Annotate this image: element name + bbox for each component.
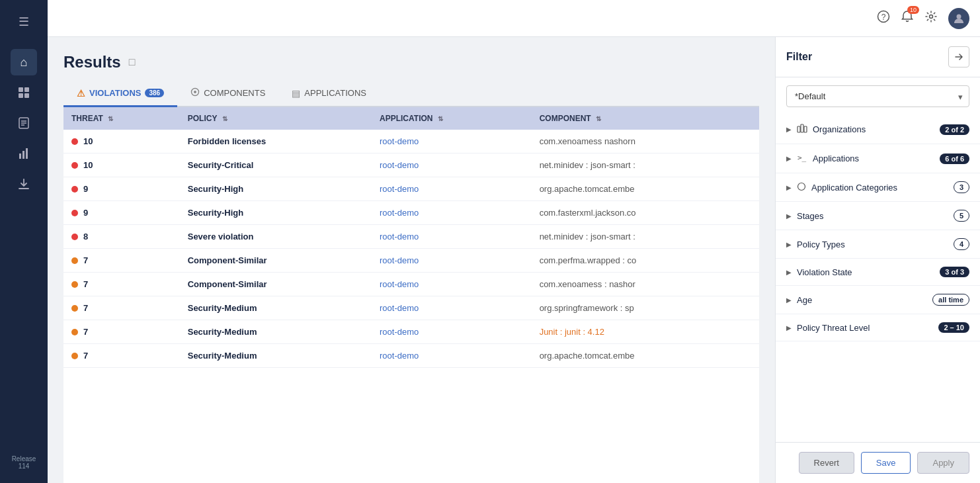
tab-applications[interactable]: ▤ APPLICATIONS	[278, 82, 380, 107]
policy-name: Component-Similar	[188, 279, 267, 289]
application-name: root-demo	[380, 303, 419, 313]
threat-cell: 10	[63, 130, 180, 154]
filter-section-header-policy-types[interactable]: ▶ Policy Types 4	[776, 230, 980, 258]
svg-rect-10	[26, 148, 28, 159]
threat-number: 7	[83, 255, 88, 265]
filter-section-header-applications[interactable]: ▶ >_ Applications 6 of 6	[776, 144, 980, 173]
svg-rect-19	[801, 124, 803, 132]
policy-name: Security-High	[188, 208, 244, 218]
col-application[interactable]: APPLICATION ⇅	[372, 107, 532, 130]
filter-section-header-policy-threat-level[interactable]: ▶ Policy Threat Level 2 – 10	[776, 314, 980, 341]
policy-name: Security-Medium	[188, 303, 257, 313]
chevron-right-icon: ▶	[786, 241, 792, 248]
table-row: 7 Security-Medium root-demo org.apache.t…	[63, 344, 759, 368]
application-name: root-demo	[380, 208, 419, 218]
section-label-policy-threat-level: Policy Threat Level	[797, 323, 870, 333]
filter-section-header-application-categories[interactable]: ▶ Application Categories 3	[776, 173, 980, 201]
policy-name: Security-High	[188, 184, 244, 194]
sidebar-item-download[interactable]	[11, 171, 37, 197]
sidebar-item-dashboard[interactable]	[11, 79, 37, 106]
filter-section-header-age[interactable]: ▶ Age all time	[776, 286, 980, 314]
chevron-right-icon: ▶	[786, 155, 792, 162]
application-name: root-demo	[380, 232, 419, 242]
applications-tab-icon: ▤	[292, 88, 300, 99]
svg-point-17	[194, 91, 196, 93]
filter-section-violation-state: ▶ Violation State 3 of 3	[776, 259, 980, 286]
filter-section-header-violation-state[interactable]: ▶ Violation State 3 of 3	[776, 259, 980, 285]
sidebar-item-analytics[interactable]	[11, 140, 37, 167]
threat-cell: 8	[63, 225, 180, 249]
filter-preset-select[interactable]: *Default	[786, 85, 969, 107]
violations-tab-label: VIOLATIONS	[89, 88, 141, 98]
notifications-icon[interactable]: 10	[901, 10, 914, 26]
help-icon[interactable]: ?	[877, 10, 890, 26]
svg-rect-0	[19, 87, 23, 92]
threat-number: 7	[83, 303, 88, 313]
threat-cell: 7	[63, 344, 180, 368]
filter-section-header-organizations[interactable]: ▶ Organizations 2 of 2	[776, 115, 980, 144]
filter-close-button[interactable]	[948, 46, 969, 67]
settings-icon[interactable]	[924, 10, 938, 26]
policy-cell: Forbidden licenses	[180, 130, 372, 154]
component-cell: com.perfma.wrapped : co	[532, 249, 759, 273]
chevron-right-icon: ▶	[786, 269, 792, 276]
threat-cell: 9	[63, 201, 180, 225]
filter-section-application-categories: ▶ Application Categories 3	[776, 173, 980, 202]
filter-footer: Revert Save Apply	[776, 442, 980, 483]
filter-section-organizations: ▶ Organizations 2 of 2	[776, 115, 980, 144]
col-component[interactable]: COMPONENT ⇅	[532, 107, 759, 130]
section-label-stages: Stages	[797, 211, 823, 221]
section-badge-organizations: 2 of 2	[940, 124, 969, 135]
application-name: root-demo	[380, 279, 419, 289]
component-name[interactable]: Junit : junit : 4.12	[540, 327, 604, 337]
application-name: root-demo	[380, 351, 419, 361]
threat-dot	[71, 186, 78, 193]
threat-cell: 10	[63, 154, 180, 177]
col-policy[interactable]: POLICY ⇅	[180, 107, 372, 130]
chevron-right-icon: ▶	[786, 296, 792, 304]
sidebar-item-home[interactable]: ⌂	[11, 49, 37, 75]
component-name: com.fasterxml.jackson.co	[540, 208, 636, 218]
filter-section-applications: ▶ >_ Applications 6 of 6	[776, 144, 980, 173]
filter-section-left-organizations: ▶ Organizations	[786, 123, 866, 136]
violations-tab-icon: ⚠	[77, 88, 85, 99]
release-info: Release 114	[9, 450, 39, 475]
section-badge-age: all time	[932, 294, 969, 306]
user-avatar[interactable]	[948, 8, 969, 29]
section-icon-organizations	[797, 123, 807, 136]
main-area: ? 10 Results □ ⚠ VIO	[48, 0, 980, 483]
col-threat[interactable]: THREAT ⇅	[63, 107, 180, 130]
component-name: net.minidev : json-smart :	[540, 232, 635, 242]
hamburger-menu[interactable]: ☰	[12, 8, 36, 36]
component-cell: org.apache.tomcat.embe	[532, 344, 759, 368]
components-tab-label: COMPONENTS	[204, 88, 265, 98]
filter-preset-wrapper[interactable]: *Default	[786, 85, 969, 107]
content-area: Results □ ⚠ VIOLATIONS 386 COMPONENTS ▤	[48, 37, 980, 483]
policy-cell: Security-Critical	[180, 154, 372, 177]
threat-number: 9	[83, 208, 88, 218]
filter-preset-dropdown[interactable]: *Default	[786, 85, 969, 107]
component-cell: Junit : junit : 4.12	[532, 320, 759, 344]
section-label-application-categories: Application Categories	[811, 183, 897, 193]
svg-rect-1	[24, 87, 29, 92]
sidebar-item-reports[interactable]	[11, 110, 37, 136]
section-icon-applications: >_	[797, 152, 807, 165]
application-cell: root-demo	[372, 320, 532, 344]
threat-cell: 7	[63, 273, 180, 296]
section-badge-stages: 5	[954, 210, 969, 222]
svg-rect-8	[19, 154, 21, 159]
save-button[interactable]: Save	[861, 452, 911, 474]
filter-section-left-policy-threat-level: ▶ Policy Threat Level	[786, 323, 870, 333]
tab-violations[interactable]: ⚠ VIOLATIONS 386	[63, 82, 177, 107]
window-icon[interactable]: □	[129, 56, 136, 68]
apply-button[interactable]: Apply	[917, 452, 969, 474]
threat-number: 7	[83, 351, 88, 361]
revert-button[interactable]: Revert	[799, 452, 854, 474]
page-title-text: Results	[63, 53, 121, 71]
component-name: com.xenoamess nashorn	[540, 136, 635, 146]
threat-number: 7	[83, 279, 88, 289]
filter-section-header-stages[interactable]: ▶ Stages 5	[776, 202, 980, 230]
tab-components[interactable]: COMPONENTS	[177, 82, 278, 107]
policy-name: Component-Similar	[188, 255, 267, 265]
sidebar: ☰ ⌂ Release 114	[0, 0, 48, 483]
